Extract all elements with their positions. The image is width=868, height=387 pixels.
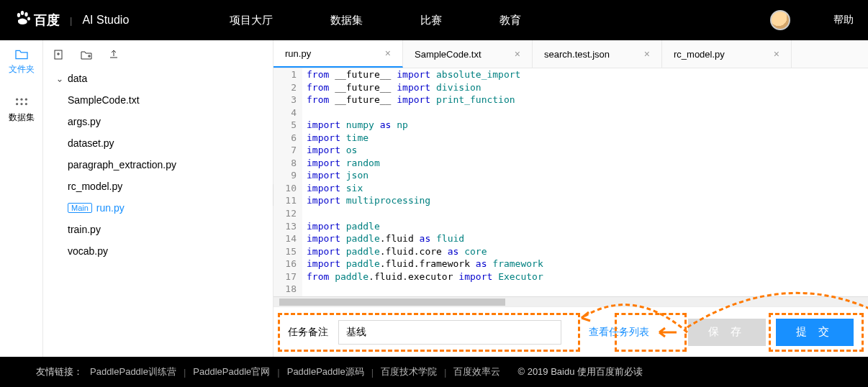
svg-point-6 [24,99,27,101]
rail-files[interactable]: 文件夹 [9,49,35,76]
close-icon[interactable]: × [515,48,520,60]
file-vocab[interactable]: vocab.py [53,240,263,262]
tab-samplecode[interactable]: SampleCode.txt × [403,40,533,68]
editor-area: ◀ run.py × SampleCode.txt × search.test.… [273,40,868,357]
footer-link-1[interactable]: PaddlePaddle官网 [193,365,270,378]
file-run[interactable]: Main run.py [53,197,263,219]
code-editor[interactable]: 1from __future__ import absolute_import2… [273,68,868,296]
bottom-bar: 任务备注 查看任务列表 保 存 提 交 [273,306,868,357]
file-toolbar [43,46,273,68]
nav-education[interactable]: 教育 [499,14,521,27]
file-list: data SampleCode.txt args.py dataset.py p… [43,68,273,262]
top-header: 百度 | AI Studio 项目大厅 数据集 比赛 教育 帮助 [0,0,868,40]
footer-link-4[interactable]: 百度效率云 [453,365,500,378]
svg-point-1 [21,11,24,15]
save-button[interactable]: 保 存 [688,319,766,346]
tab-label: SampleCode.txt [415,49,482,60]
rail-files-label: 文件夹 [9,63,35,76]
nav-project-hall[interactable]: 项目大厅 [230,14,273,27]
folder-icon [14,49,29,60]
tab-label: rc_model.py [674,49,725,60]
task-note-label: 任务备注 [288,326,328,339]
footer: 友情链接： PaddlePaddle训练营| PaddlePaddle官网| P… [0,357,868,387]
baidu-logo-text: 百度 [34,12,60,29]
svg-point-5 [20,99,22,101]
logo-area: 百度 | AI Studio [14,9,129,31]
close-icon[interactable]: × [644,48,650,60]
new-file-icon[interactable] [53,49,65,60]
left-rail: 文件夹 数据集 [0,40,43,357]
editor-tabs: run.py × SampleCode.txt × search.test.js… [273,40,868,68]
svg-point-8 [20,103,22,105]
help-link[interactable]: 帮助 [833,14,854,27]
horizontal-scrollbar[interactable] [273,296,868,306]
avatar[interactable] [770,10,790,30]
task-note-input[interactable] [338,320,561,345]
rail-datasets[interactable]: 数据集 [9,97,35,124]
close-icon[interactable]: × [385,47,391,59]
baidu-logo[interactable]: 百度 [14,9,60,31]
svg-point-9 [24,103,27,105]
new-folder-icon[interactable] [81,49,92,60]
paw-icon [14,9,32,31]
footer-link-3[interactable]: 百度技术学院 [381,365,437,378]
main-badge: Main [68,203,92,213]
nav-datasets[interactable]: 数据集 [330,14,363,27]
footer-copyright: © 2019 Baidu 使用百度前必读 [517,365,643,378]
file-train[interactable]: train.py [53,219,263,240]
nav-competition[interactable]: 比赛 [420,14,442,27]
footer-link-0[interactable]: PaddlePaddle训练营 [90,365,176,378]
svg-point-3 [27,17,30,20]
submit-button[interactable]: 提 交 [776,319,854,346]
tab-label: search.test.json [544,49,610,60]
main-area: 文件夹 数据集 data SampleCode.txt args.py data… [0,40,868,357]
svg-point-2 [24,12,27,17]
svg-point-0 [17,13,20,17]
file-paragraph-extraction[interactable]: paragraph_extraction.py [53,154,263,176]
footer-label: 友情链接： [36,365,83,378]
view-task-list-link[interactable]: 查看任务列表 [589,326,649,339]
folder-data[interactable]: data [53,68,263,89]
close-icon[interactable]: × [774,48,779,60]
grid-icon [14,97,29,109]
file-run-label: run.py [96,202,125,214]
nav-menu: 项目大厅 数据集 比赛 教育 [230,14,521,27]
upload-icon[interactable] [108,49,119,60]
tab-run[interactable]: run.py × [273,40,403,68]
footer-link-2[interactable]: PaddlePaddle源码 [287,365,364,378]
file-panel: data SampleCode.txt args.py dataset.py p… [43,40,273,357]
header-right: 帮助 [770,10,854,30]
svg-point-4 [16,99,18,101]
tab-search-test[interactable]: search.test.json × [533,40,662,68]
annotation-arrow-close [656,325,678,340]
file-rc-model[interactable]: rc_model.py [53,176,263,197]
file-dataset[interactable]: dataset.py [53,132,263,154]
svg-point-7 [16,103,18,105]
tab-rc-model[interactable]: rc_model.py × [662,40,792,68]
file-args[interactable]: args.py [53,111,263,132]
rail-datasets-label: 数据集 [9,111,35,124]
file-samplecode[interactable]: SampleCode.txt [53,89,263,111]
tab-label: run.py [285,48,311,59]
scrollbar-thumb[interactable] [279,299,505,306]
logo-divider: | [70,15,72,26]
ai-studio-logo[interactable]: AI Studio [82,14,129,27]
